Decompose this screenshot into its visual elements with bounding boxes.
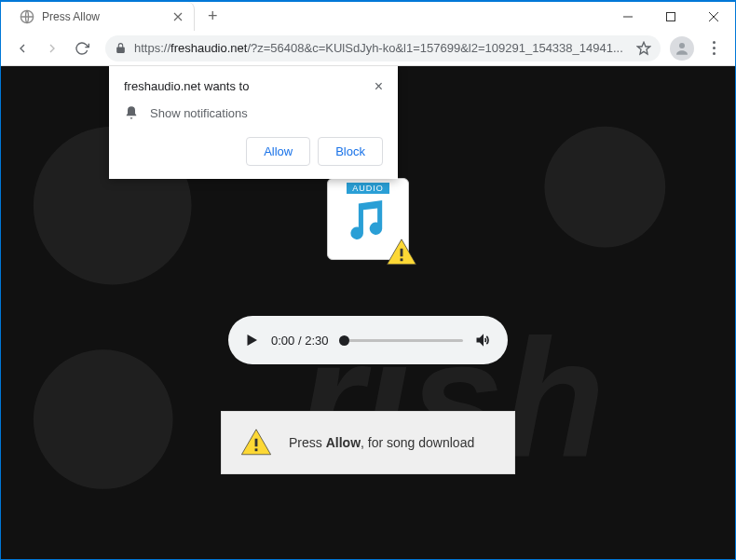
svg-rect-8 [401,258,403,261]
warning-icon [240,427,272,458]
duration-time: 2:30 [305,334,328,348]
volume-icon[interactable] [474,331,493,349]
profile-avatar[interactable] [670,36,694,61]
allow-button[interactable]: Allow [246,137,310,166]
close-window-button[interactable] [692,3,735,31]
url-host: freshaudio.net [170,41,247,55]
new-tab-button[interactable]: + [202,7,224,26]
current-time: 0:00 [271,334,294,348]
player-time: 0:00 / 2:30 [271,334,328,348]
browser-menu-button[interactable] [700,34,728,62]
reload-button[interactable] [68,34,96,62]
page-content: rish freshaudio.net wants to × Show noti… [1,66,735,559]
notification-body: Show notifications [150,106,248,120]
titlebar: Press Allow + [1,1,735,31]
toolbar: https://freshaudio.net/?z=56408&c=KUlSdJ… [1,31,735,66]
bell-icon [124,105,139,120]
svg-rect-10 [255,448,258,451]
block-button[interactable]: Block [318,137,383,166]
url-scheme: https:// [134,41,170,55]
browser-window: Press Allow + https://freshaudio.net/?z=… [0,0,736,560]
svg-rect-1 [667,12,675,20]
maximize-button[interactable] [649,3,692,31]
globe-icon [20,9,34,24]
svg-point-2 [679,43,685,48]
audio-file-card: AUDIO [327,178,409,260]
notification-permission-popup: freshaudio.net wants to × Show notificat… [109,66,398,179]
notification-title: freshaudio.net wants to [124,79,375,93]
lock-icon [115,42,127,54]
bookmark-star-icon[interactable] [636,41,651,56]
svg-point-4 [34,349,173,489]
minimize-button[interactable] [607,3,649,31]
close-icon[interactable]: × [375,79,383,94]
warning-icon [386,237,417,268]
url-path: /?z=56408&c=KUlSdJyh-ko&l1=157699&l2=109… [247,41,622,55]
svg-rect-7 [401,249,403,257]
download-cta-banner: Press Allow, for song download [221,411,515,474]
svg-rect-9 [255,439,258,447]
browser-tab[interactable]: Press Allow [8,2,195,32]
tab-close-icon[interactable] [173,12,183,21]
window-controls [607,3,735,31]
play-button[interactable] [243,332,260,348]
seek-slider[interactable] [339,339,463,342]
svg-point-6 [545,127,666,248]
address-bar[interactable]: https://freshaudio.net/?z=56408&c=KUlSdJ… [105,35,661,61]
back-button[interactable] [8,34,36,62]
tab-title: Press Allow [42,10,166,23]
forward-button[interactable] [38,34,66,62]
audio-player: 0:00 / 2:30 [228,316,508,364]
audio-label: AUDIO [347,183,389,194]
cta-text: Press Allow, for song download [289,435,474,450]
